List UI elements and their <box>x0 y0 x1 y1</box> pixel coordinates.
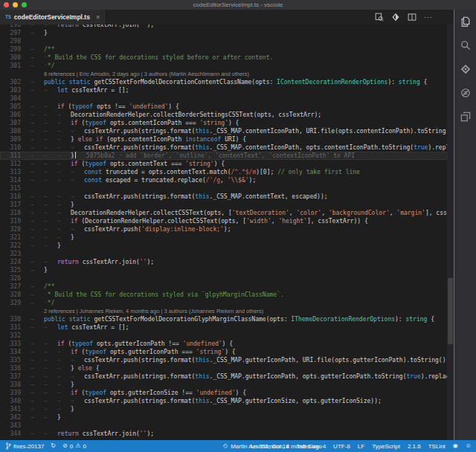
line-number[interactable]: 344 <box>0 430 30 438</box>
code-row[interactable]: 337→→→→cssTextArr.push(strings.format(th… <box>0 372 447 381</box>
tab-codeEditorServiceImpl[interactable]: TS codeEditorServiceImpl.ts × <box>0 10 106 25</box>
line-number[interactable]: 300 <box>0 54 30 62</box>
line-number[interactable]: 318 <box>0 209 30 217</box>
code-row[interactable]: 328→·* Build the CSS for decorations sty… <box>0 291 447 299</box>
cursor-position[interactable]: Ln 311, Col 14 <box>251 443 289 450</box>
code-row[interactable]: 329→·*/ <box>0 299 447 307</box>
code-row[interactable]: 311→→→}5075b0a2 · add 'border', 'outline… <box>0 152 447 160</box>
code-row[interactable]: 302→public static getCSSTextForModelDeco… <box>0 78 447 86</box>
code-row[interactable]: 313→→→→const truncated = opts.contentTex… <box>0 168 447 176</box>
line-number[interactable]: 314 <box>0 176 30 184</box>
code-row[interactable]: 321→→→} <box>0 233 447 242</box>
code-row[interactable]: 332 <box>0 332 447 340</box>
line-number[interactable]: 330 <box>0 315 30 323</box>
code-row[interactable]: 339→→→if (typeof opts.gutterIconSize !==… <box>0 389 447 397</box>
line-number[interactable]: 303 <box>0 86 30 94</box>
code-row[interactable]: 306→→→DecorationRenderHelper.collectBord… <box>0 111 447 119</box>
line-number[interactable]: 340 <box>0 397 30 405</box>
line-number[interactable]: 332 <box>0 332 30 340</box>
tab-size[interactable]: Tab Size: 4 <box>297 443 327 450</box>
line-number[interactable]: 335 <box>0 356 30 364</box>
line-number[interactable]: 336 <box>0 364 30 372</box>
language-mode[interactable]: TypeScript <box>372 443 400 450</box>
code-editor[interactable]: 296→→return cssTextArr.join('');297→}298… <box>0 25 454 440</box>
line-number[interactable]: 304 <box>0 94 30 103</box>
explorer-icon[interactable] <box>459 15 472 28</box>
line-number[interactable]: 312 <box>0 160 30 168</box>
line-number[interactable]: 328 <box>0 291 30 299</box>
code-row[interactable]: 297→} <box>0 29 447 37</box>
eye-icon[interactable]: ◉ <box>453 443 458 449</box>
line-number[interactable]: 339 <box>0 389 30 397</box>
encoding[interactable]: UTF-8 <box>333 443 350 450</box>
line-number[interactable]: 331 <box>0 323 30 332</box>
line-number[interactable]: 315 <box>0 184 30 193</box>
code-row[interactable]: 308→→→→cssTextArr.push(strings.format(th… <box>0 127 447 135</box>
tab-close-icon[interactable]: × <box>96 13 100 21</box>
eol-indicator[interactable]: LF <box>358 443 364 450</box>
line-number[interactable]: 316 <box>0 193 30 201</box>
code-row[interactable]: 343 <box>0 422 447 430</box>
code-row[interactable]: 322→→} <box>0 242 447 250</box>
line-number[interactable]: 320 <box>0 225 30 233</box>
code-row[interactable]: 326 <box>0 274 447 282</box>
line-number[interactable]: 333 <box>0 340 30 348</box>
sync-button[interactable]: ↻ <box>51 443 56 449</box>
line-number[interactable]: 334 <box>0 348 30 356</box>
more-actions-icon[interactable]: ··· <box>424 10 433 25</box>
codelens-row[interactable]: →2 references | Johannes Rieken, 4 month… <box>0 307 447 315</box>
editor-scrollbar[interactable] <box>447 25 454 440</box>
code-row[interactable]: 320→→→→cssTextArr.push('display:inline-b… <box>0 225 447 233</box>
code-row[interactable]: 317→→→} <box>0 201 447 209</box>
line-number[interactable]: 341 <box>0 405 30 413</box>
git-branch-item[interactable]: fixes-20137 <box>5 442 44 450</box>
line-number[interactable]: 298 <box>0 37 30 45</box>
code-row[interactable]: 310→→→→cssTextArr.push(strings.format(th… <box>0 143 447 152</box>
code-row[interactable]: 303→→let cssTextArr = []; <box>0 86 447 94</box>
split-editor-icon[interactable] <box>408 13 416 22</box>
code-row[interactable]: 315 <box>0 184 447 193</box>
line-number[interactable]: 327 <box>0 282 30 291</box>
line-number[interactable] <box>0 70 30 78</box>
tslint-status[interactable]: TSLint <box>428 443 446 450</box>
line-number[interactable]: 297 <box>0 29 30 37</box>
line-number[interactable]: 338 <box>0 381 30 389</box>
code-row[interactable]: 318→→→DecorationRenderHelper.collectCSST… <box>0 209 447 217</box>
source-control-icon[interactable] <box>459 62 472 76</box>
code-row[interactable]: 316→→→→cssTextArr.push(strings.format(th… <box>0 193 447 201</box>
line-number[interactable]: 311 <box>0 152 30 160</box>
code-row[interactable]: 342→→} <box>0 413 447 422</box>
line-number[interactable] <box>0 307 30 315</box>
code-row[interactable]: 335→→→→cssTextArr.push(strings.format(th… <box>0 356 447 364</box>
code-row[interactable]: 331→→let cssTextArr = []; <box>0 323 447 332</box>
line-number[interactable]: 322 <box>0 242 30 250</box>
code-row[interactable]: 299→/** <box>0 45 447 54</box>
typescript-version[interactable]: 2.1.6 <box>408 443 421 450</box>
problems-item[interactable]: ⊘ 0 ⚠ 0 <box>62 443 86 450</box>
code-row[interactable]: 305→→if (typeof opts !== 'undefined') { <box>0 103 447 111</box>
code-row[interactable]: 312→→→if (typeof opts.contentText === 's… <box>0 160 447 168</box>
line-number[interactable]: 342 <box>0 413 30 422</box>
codelens-references[interactable]: 8 references | Eric Amodio, 2 days ago |… <box>44 71 249 77</box>
code-row[interactable]: 298 <box>0 37 447 45</box>
code-row[interactable]: 327→/** <box>0 282 447 291</box>
line-number[interactable]: 324 <box>0 258 30 266</box>
codelens-references[interactable]: 2 references | Johannes Rieken, 4 months… <box>44 308 263 314</box>
code-row[interactable]: 340→→→→cssTextArr.push(strings.format(th… <box>0 397 447 405</box>
line-number[interactable]: 301 <box>0 62 30 70</box>
search-icon[interactable] <box>459 39 472 52</box>
line-number[interactable]: 302 <box>0 78 30 86</box>
line-number[interactable]: 319 <box>0 217 30 225</box>
compare-changes-icon[interactable] <box>391 13 400 22</box>
code-row[interactable]: 300→·* Build the CSS for decorations sty… <box>0 54 447 62</box>
code-row[interactable]: 336→→→} else { <box>0 364 447 372</box>
line-number[interactable]: 337 <box>0 372 30 381</box>
line-number[interactable]: 299 <box>0 45 30 54</box>
code-row[interactable]: 341→→→} <box>0 405 447 413</box>
line-number[interactable]: 309 <box>0 135 30 143</box>
code-row[interactable]: 323 <box>0 250 447 258</box>
line-number[interactable]: 307 <box>0 119 30 127</box>
line-number[interactable]: 317 <box>0 201 30 209</box>
open-preview-icon[interactable] <box>375 13 384 22</box>
line-number[interactable]: 313 <box>0 168 30 176</box>
